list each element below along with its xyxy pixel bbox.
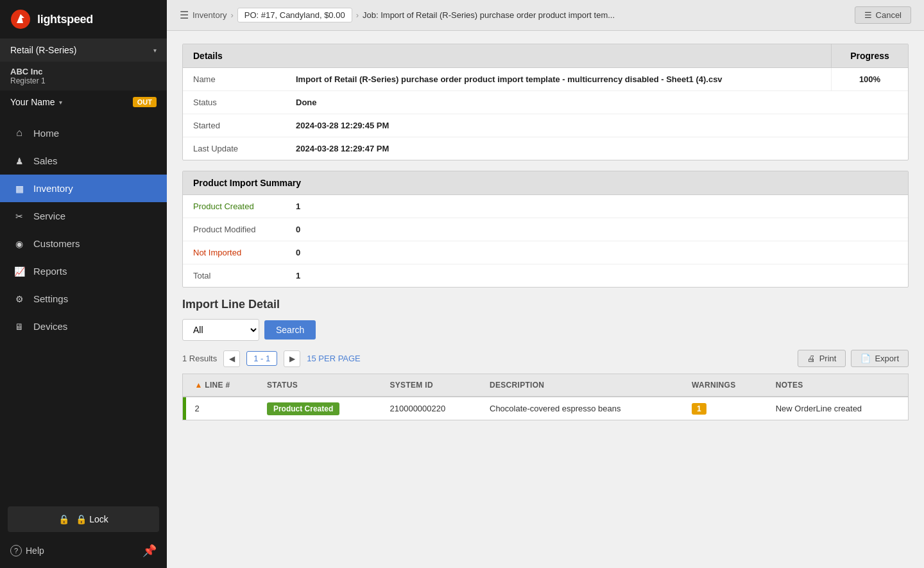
print-button[interactable]: 🖨 Print [798,350,846,367]
sidebar-item-reports[interactable]: 📈 Reports [0,257,167,285]
import-summary-card: Product Import Summary Product Created 1… [182,171,909,288]
progress-header-label: Progress [831,44,908,67]
name-label: Name [193,74,296,84]
user-chevron-icon: ▾ [59,99,62,106]
import-summary-rows: Product Created 1 Product Modified 0 Not… [183,195,908,287]
print-icon: 🖨 [807,354,816,363]
sidebar-item-devices[interactable]: 🖥 Devices [0,313,167,340]
last-update-value: 2024-03-28 12:29:47 PM [296,144,898,153]
lock-label: 🔒 Lock [76,514,108,524]
summary-row-label: Product Created [193,202,296,211]
details-name-row: Name Import of Retail (R-Series) purchas… [183,68,908,91]
summary-row-label: Not Imported [193,248,296,257]
cancel-icon: ☰ [864,10,872,20]
last-update-label: Last Update [193,144,296,153]
cell-line: 2 [186,397,258,420]
sidebar-item-label-customers: Customers [33,238,80,249]
status-label: Status [193,98,296,107]
details-lastupdate-row: Last Update 2024-03-28 12:29:47 PM [183,137,908,160]
print-label: Print [819,354,837,363]
sidebar-item-service[interactable]: ✂ Service [0,202,167,230]
store-name: Retail (R-Series) [10,45,76,55]
summary-row-label: Product Modified [193,225,296,234]
breadcrumb-inventory-icon: ☰ [180,9,189,21]
filter-bar: All Search [182,319,909,341]
sidebar-item-sales[interactable]: ♟ Sales [0,147,167,175]
cell-system-id: 210000000220 [381,397,481,420]
import-table-body: 2 Product Created 210000000220 Chocolate… [183,397,909,420]
user-status-badge: OUT [133,97,157,107]
breadcrumb-job: Job: Import of Retail (R-Series) purchas… [363,10,615,20]
sidebar-footer: ? Help 📌 [0,537,167,568]
devices-icon: 🖥 [13,322,26,332]
summary-row-value: 1 [296,202,898,211]
export-icon: 📄 [860,354,871,363]
sidebar-item-label-reports: Reports [33,266,67,277]
logo-text: lightspeed [37,13,93,26]
help-link[interactable]: ? Help [10,545,44,556]
store-selector[interactable]: Retail (R-Series) ▾ [0,39,167,62]
breadcrumb-sep-1: › [230,10,233,20]
summary-row-value: 0 [296,248,898,257]
summary-row-label: Total [193,271,296,280]
import-summary-row: Not Imported 0 [183,241,908,264]
store-chevron-icon: ▾ [153,47,157,54]
sidebar-item-customers[interactable]: ◉ Customers [0,230,167,257]
sidebar-item-label-settings: Settings [33,293,68,304]
breadcrumb-inventory[interactable]: Inventory [193,10,227,20]
cancel-button[interactable]: ☰ Cancel [855,6,911,24]
prev-page-button[interactable]: ◀ [223,350,240,367]
service-icon: ✂ [13,211,26,221]
sidebar-item-label-inventory: Inventory [33,183,73,194]
sidebar-item-label-home: Home [33,128,59,139]
import-line-detail-title: Import Line Detail [182,298,909,311]
table-header-row: ▲ LINE # STATUS SYSTEM ID DESCRIPTION WA… [183,374,909,397]
breadcrumb: ☰ Inventory › PO: #17, Candyland, $0.00 … [180,8,615,22]
import-summary-header: Product Import Summary [183,171,908,195]
started-label: Started [193,121,296,130]
summary-row-value: 0 [296,225,898,234]
sidebar-item-label-devices: Devices [33,321,67,332]
cell-notes: New OrderLine created [767,397,909,420]
home-icon: ⌂ [13,127,26,139]
progress-value: 100% [831,68,908,90]
sales-icon: ♟ [13,156,26,166]
top-bar: ☰ Inventory › PO: #17, Candyland, $0.00 … [167,0,924,31]
import-summary-title: Product Import Summary [193,178,301,188]
lock-button[interactable]: 🔒 🔒 Lock [8,506,159,532]
per-page-link[interactable]: 15 PER PAGE [307,354,361,363]
cell-description: Chocolate-covered espresso beans [481,397,683,420]
import-summary-row: Total 1 [183,264,908,287]
main-area: ☰ Inventory › PO: #17, Candyland, $0.00 … [167,0,924,568]
details-header-label: Details [183,44,831,67]
sidebar-item-home[interactable]: ⌂ Home [0,119,167,147]
breadcrumb-po-pill[interactable]: PO: #17, Candyland, $0.00 [237,8,352,22]
details-card-header: Details Progress [183,44,908,68]
reports-icon: 📈 [13,266,26,277]
filter-select[interactable]: All [182,319,259,341]
user-row: Your Name ▾ OUT [0,90,167,114]
account-info: ABC Inc Register 1 [0,62,167,90]
warning-badge: 1 [692,403,706,415]
lightspeed-logo-icon [10,9,31,30]
breadcrumb-sep-2: › [356,10,359,20]
import-summary-row: Product Created 1 [183,195,908,218]
results-count: 1 Results [182,354,217,363]
export-button[interactable]: 📄 Export [851,350,909,367]
register-name: Register 1 [10,76,157,85]
sidebar-item-label-sales: Sales [33,155,58,166]
details-card: Details Progress Name Import of Retail (… [182,44,909,160]
nav-items: ⌂ Home ♟ Sales ▦ Inventory ✂ Service ◉ C… [0,114,167,501]
help-icon: ? [10,545,22,556]
pagination-left: 1 Results ◀ 1 - 1 ▶ 15 PER PAGE [182,350,361,367]
status-value: Done [296,98,898,107]
content-area: Details Progress Name Import of Retail (… [167,31,924,568]
sidebar-item-inventory[interactable]: ▦ Inventory [0,175,167,202]
search-button[interactable]: Search [264,320,316,340]
summary-row-value: 1 [296,271,898,280]
cell-warnings: 1 [683,397,767,420]
col-system-id: SYSTEM ID [381,374,481,397]
next-page-button[interactable]: ▶ [284,350,300,367]
sidebar-item-settings[interactable]: ⚙ Settings [0,285,167,313]
pin-icon[interactable]: 📌 [142,544,157,558]
